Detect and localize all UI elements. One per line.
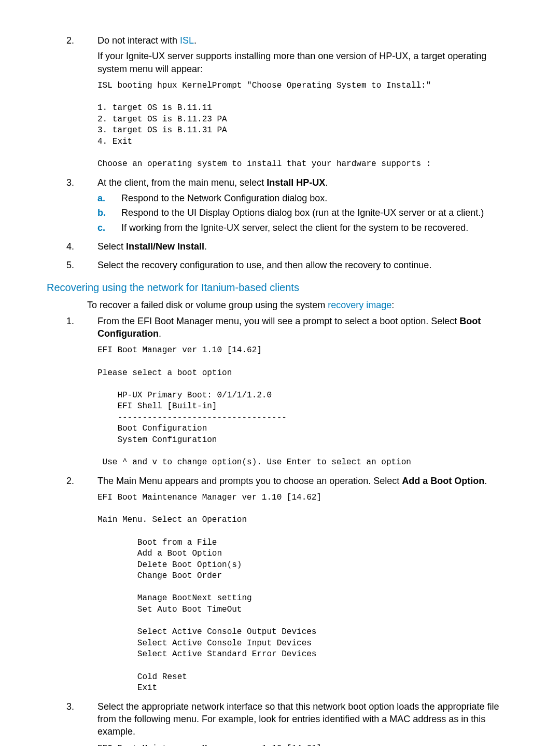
list-item-text: Select the recovery configuration to use…	[97, 259, 503, 271]
list-item-text: Select Install/New Install.	[97, 240, 503, 253]
list1-item-5: 5. Select the recovery configuration to …	[57, 259, 503, 271]
recovery-image-link[interactable]: recovery image	[328, 300, 391, 310]
sub-letter-c: c.	[97, 222, 105, 234]
isl-link[interactable]: ISL	[180, 35, 194, 46]
sub-letter-a: a.	[97, 192, 105, 204]
sub-text: If working from the Ignite-UX server, se…	[121, 223, 468, 233]
list2-item-2: 2. The Main Menu appears and prompts you…	[57, 475, 503, 694]
numbered-list-2: 1. From the EFI Boot Manager menu, you w…	[57, 315, 503, 746]
code-block-isl: ISL booting hpux KernelPrompt "Choose Op…	[97, 80, 503, 170]
install-new-install-bold: Install/New Install	[126, 241, 204, 252]
code-block-efi-maintenance-2: EFI Boot Maintenance Manager ver 1.10 [1…	[97, 743, 503, 746]
list-item-text: From the EFI Boot Manager menu, you will…	[97, 315, 503, 340]
list-item-text: The Main Menu appears and prompts you to…	[97, 475, 503, 487]
sub-list: a. Respond to the Network Configuration …	[97, 192, 503, 234]
list-number: 3.	[66, 700, 74, 713]
list-number: 5.	[66, 259, 74, 271]
sub-text: Respond to the UI Display Options dialog…	[121, 208, 484, 218]
code-block-efi-maintenance: EFI Boot Maintenance Manager ver 1.10 [1…	[97, 492, 503, 694]
install-hpux-bold: Install HP-UX	[267, 177, 325, 188]
numbered-list-1: 2. Do not interact with ISL. If your Ign…	[57, 34, 503, 271]
list2-item-3: 3. Select the appropriate network interf…	[57, 700, 503, 746]
list1-item-3: 3. At the client, from the main menu, se…	[57, 176, 503, 234]
list1-item-4: 4. Select Install/New Install.	[57, 240, 503, 253]
sub-item-b: b. Respond to the UI Display Options dia…	[97, 206, 503, 219]
add-boot-option-bold: Add a Boot Option	[402, 476, 484, 486]
list-item-text: Do not interact with ISL.	[97, 34, 503, 47]
list-item-paragraph: If your Ignite-UX server supports instal…	[97, 50, 503, 75]
list2-item-1: 1. From the EFI Boot Manager menu, you w…	[57, 315, 503, 468]
sub-item-a: a. Respond to the Network Configuration …	[97, 192, 503, 204]
list-number: 2.	[66, 34, 74, 47]
list-item-text: At the client, from the main menu, selec…	[97, 176, 503, 189]
code-block-efi-boot-manager: EFI Boot Manager ver 1.10 [14.62] Please…	[97, 345, 503, 468]
sub-letter-b: b.	[97, 206, 106, 219]
list-number: 4.	[66, 240, 74, 253]
intro-paragraph: To recover a failed disk or volume group…	[87, 299, 503, 311]
list-number: 3.	[66, 176, 74, 189]
sub-text: Respond to the Network Configuration dia…	[121, 193, 327, 203]
section-heading-recovering-itanium: Recovering using the network for Itanium…	[47, 281, 503, 295]
sub-item-c: c. If working from the Ignite-UX server,…	[97, 222, 503, 234]
list1-item-2: 2. Do not interact with ISL. If your Ign…	[57, 34, 503, 170]
list-number: 1.	[66, 315, 74, 327]
list-number: 2.	[66, 475, 74, 487]
list-item-text: Select the appropriate network interface…	[97, 700, 503, 738]
